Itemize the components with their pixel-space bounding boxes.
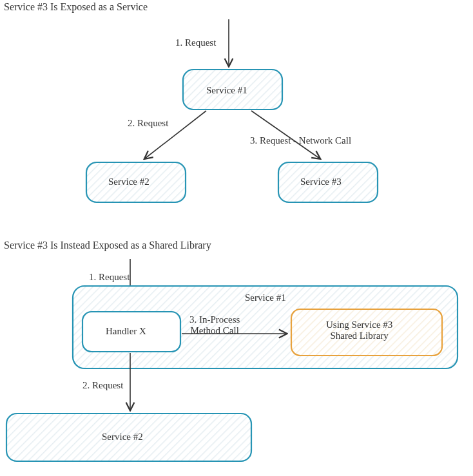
section2-title: Service #3 Is Instead Exposed as a Share…	[4, 240, 211, 251]
s2-req1-label: 1. Request	[89, 272, 130, 283]
s1-box1-label: Service #1	[206, 85, 247, 96]
s1-box2-label: Service #2	[108, 176, 150, 187]
s1-req1-label: 1. Request	[175, 37, 216, 48]
s2-call3-label: 3. In-Process Method Call	[189, 314, 240, 336]
arrow-req3	[251, 111, 320, 158]
s2-box2-label: Service #2	[102, 432, 143, 443]
s1-box3-label: Service #3	[300, 176, 342, 187]
s1-req3-label: 3. Request - Network Call	[250, 135, 351, 146]
s2-outer-label: Service #1	[245, 292, 286, 303]
s1-req2-label: 2. Request	[128, 118, 168, 129]
s2-handler-label: Handler X	[106, 326, 146, 337]
s2-req2-label: 2. Request	[82, 380, 123, 391]
diagram-canvas	[0, 0, 473, 476]
s2-lib-label: Using Service #3 Shared Library	[326, 319, 392, 341]
